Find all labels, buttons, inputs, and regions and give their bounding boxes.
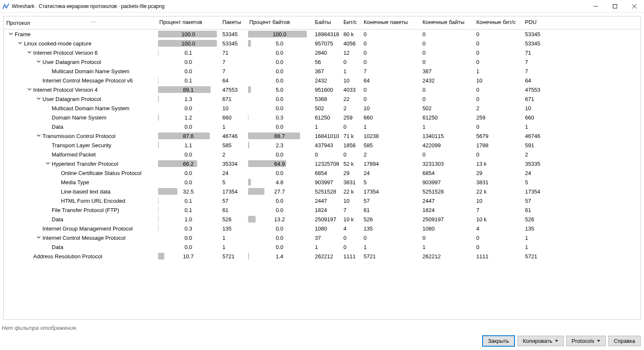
- dialog-buttons: Закрыть Копировать Protocols Справка: [0, 333, 644, 350]
- bits-per-sec: 1856: [341, 141, 361, 150]
- protocols-button[interactable]: Protocols: [566, 336, 606, 346]
- table-row[interactable]: Internet Control Message Protocol v60.16…: [4, 76, 640, 85]
- col-end-bytes[interactable]: Конечные байты: [420, 16, 474, 28]
- close-window-button[interactable]: [625, 0, 644, 13]
- end-bytes: 367: [420, 66, 474, 76]
- percent-packets: 0.0: [157, 57, 220, 66]
- protocol-hierarchy-table[interactable]: Протокол ﹀ Процент пакетов Пакеты Процен…: [3, 16, 641, 320]
- percent-packets: 0.0: [157, 233, 220, 242]
- pdu: 1: [523, 242, 560, 252]
- table-row[interactable]: Domain Name System1.26600.36125025966061…: [4, 113, 640, 122]
- col-protocol[interactable]: Протокол ﹀: [4, 16, 157, 29]
- help-button[interactable]: Справка: [608, 336, 641, 346]
- percent-bytes: 0.0: [247, 242, 312, 252]
- col-percent-packets[interactable]: Процент пакетов: [157, 16, 220, 28]
- minimize-button[interactable]: [586, 0, 605, 13]
- protocol-name: Domain Name System: [52, 114, 106, 121]
- pdu: 46746: [523, 131, 560, 141]
- percent-bytes: 0.0: [247, 122, 312, 131]
- end-packets: 10: [361, 103, 420, 113]
- tree-toggle-icon[interactable]: [36, 133, 42, 138]
- protocol-name: File Transfer Protocol (FTP): [52, 207, 119, 213]
- protocol-name: Line-based text data: [61, 188, 111, 195]
- table-row[interactable]: User Datagram Protocol0.070.05600007: [4, 57, 640, 66]
- end-bytes: 422099: [420, 141, 474, 150]
- bytes: 16841010: [312, 131, 341, 141]
- tree-toggle-icon[interactable]: [17, 41, 23, 46]
- table-row[interactable]: Hypertext Transfer Protocol66.23533464.9…: [4, 159, 640, 168]
- tree-toggle-icon[interactable]: [26, 50, 32, 55]
- bytes: 0: [312, 150, 341, 159]
- table-row[interactable]: Malformed Packet0.020.0002002: [4, 150, 640, 159]
- table-row[interactable]: Line-based text data32.51735427.75251528…: [4, 187, 640, 196]
- tree-toggle-icon[interactable]: [26, 87, 32, 92]
- col-end-packets[interactable]: Конечные пакеты: [361, 16, 420, 28]
- table-row[interactable]: Internet Control Message Protocol0.010.0…: [4, 233, 640, 242]
- pdu: 35335: [523, 159, 560, 168]
- titlebar: Wireshark · Статистика иерархии протокол…: [0, 0, 644, 13]
- close-button[interactable]: Закрыть: [482, 335, 515, 347]
- packets: 71: [220, 48, 247, 57]
- col-pdu[interactable]: PDU: [523, 16, 560, 28]
- table-row[interactable]: Address Resolution Protocol10.757211.426…: [4, 252, 640, 261]
- pdu: 64: [523, 76, 560, 85]
- table-row[interactable]: Linux cooked-mode capture100.0533455.095…: [4, 39, 640, 48]
- table-row[interactable]: Frame100.053345100.01898431880 k00053345: [4, 29, 640, 39]
- percent-bytes: 64.9: [247, 159, 312, 168]
- end-bits-per-sec: 1: [474, 66, 523, 76]
- tree-toggle-icon[interactable]: [45, 161, 51, 166]
- table-row[interactable]: Data0.010.0101101: [4, 242, 640, 252]
- bytes: 903997: [312, 178, 341, 187]
- col-packets[interactable]: Пакеты: [220, 16, 247, 28]
- maximize-button[interactable]: [605, 0, 625, 13]
- percent-bytes: 0.0: [247, 76, 312, 85]
- protocol-name: User Datagram Protocol: [42, 96, 101, 102]
- table-row[interactable]: Internet Protocol Version 60.1710.028401…: [4, 48, 640, 57]
- table-row[interactable]: Data0.010.0101101: [4, 122, 640, 131]
- table-row[interactable]: Multicast Domain Name System0.0100.05022…: [4, 103, 640, 113]
- bytes: 5251528: [312, 187, 341, 196]
- protocol-name: Transport Layer Security: [52, 142, 111, 148]
- bits-per-sec: 259: [341, 113, 361, 122]
- table-row[interactable]: Online Certificate Status Protocol0.0240…: [4, 168, 640, 178]
- table-row[interactable]: Internet Protocol Version 489.1475535.09…: [4, 85, 640, 94]
- percent-packets: 0.0: [157, 122, 220, 131]
- table-row[interactable]: File Transfer Protocol (FTP)0.1610.01824…: [4, 205, 640, 215]
- copy-button[interactable]: Копировать: [517, 336, 564, 346]
- end-bits-per-sec: 10: [474, 196, 523, 205]
- percent-packets: 0.0: [157, 103, 220, 113]
- end-bits-per-sec: 0: [474, 150, 523, 159]
- protocol-name: Multicast Domain Name System: [52, 68, 129, 74]
- end-bits-per-sec: 10 k: [474, 215, 523, 224]
- end-bits-per-sec: 0: [474, 242, 523, 252]
- tree-toggle-icon[interactable]: [8, 32, 14, 37]
- table-row[interactable]: Transmission Control Protocol87.64674688…: [4, 131, 640, 141]
- packets: 2: [220, 150, 247, 159]
- col-percent-bytes[interactable]: Процент байтов: [247, 16, 312, 28]
- packets: 585: [220, 141, 247, 150]
- end-bytes: 2432: [420, 76, 474, 85]
- bits-per-sec: 4: [341, 224, 361, 233]
- table-row[interactable]: Multicast Domain Name System0.070.036717…: [4, 66, 640, 76]
- end-bytes: 0: [420, 85, 474, 94]
- end-packets: 7: [361, 66, 420, 76]
- table-row[interactable]: Internet Group Management Protocol0.3135…: [4, 224, 640, 233]
- col-bits[interactable]: Бит/с: [341, 16, 361, 28]
- percent-bytes: 0.0: [247, 57, 312, 66]
- percent-packets: 0.1: [157, 205, 220, 215]
- tree-toggle-icon[interactable]: [36, 96, 42, 101]
- end-packets: 0: [361, 48, 420, 57]
- table-row[interactable]: Media Type0.054.89039973831590399738315: [4, 178, 640, 187]
- table-row[interactable]: Transport Layer Security1.15852.34379431…: [4, 141, 640, 150]
- table-row[interactable]: HTML Form URL Encoded0.1570.024471057244…: [4, 196, 640, 205]
- col-end-bits[interactable]: Конечные бит/с: [474, 16, 523, 28]
- table-row[interactable]: User Datagram Protocol1.36710.0536822000…: [4, 94, 640, 103]
- tree-toggle-icon[interactable]: [36, 59, 42, 64]
- end-bits-per-sec: 259: [474, 113, 523, 122]
- tree-toggle-icon[interactable]: [36, 235, 42, 240]
- col-bytes[interactable]: Байты: [312, 16, 341, 28]
- table-row[interactable]: Data1.052613.2250919710 k526250919710 k5…: [4, 215, 640, 224]
- bits-per-sec: 10: [341, 76, 361, 85]
- protocol-name: Internet Group Management Protocol: [42, 225, 133, 232]
- percent-packets: 1.0: [157, 215, 220, 224]
